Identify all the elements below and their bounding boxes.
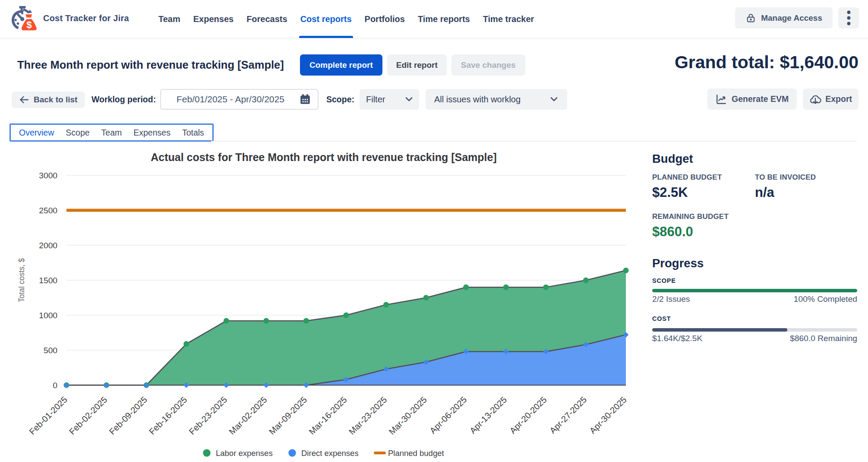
nav-item-label: Time reports: [418, 14, 470, 24]
page-title: Three Month report with revenue tracking…: [17, 59, 284, 71]
green-dot-icon: [203, 449, 210, 456]
nav-item-label: Forecasts: [246, 14, 287, 24]
chevron-down-icon: [550, 97, 558, 101]
worklog-period-input[interactable]: Feb/01/2025 - Apr/30/2025: [160, 89, 319, 110]
worklog-period-value: Feb/01/2025 - Apr/30/2025: [177, 94, 284, 104]
svg-text:Feb-02-2025: Feb-02-2025: [67, 395, 109, 437]
chevron-down-icon: [405, 97, 413, 101]
nav-item-expenses[interactable]: Expenses: [193, 0, 234, 38]
tab-overview[interactable]: Overview: [19, 128, 54, 138]
svg-text:Apr-30-2025: Apr-30-2025: [588, 395, 628, 435]
svg-text:Mar-30-2025: Mar-30-2025: [387, 395, 429, 437]
summary-panel: Budget PLANNED BUDGET $2.5K TO BE INVOIC…: [652, 147, 857, 343]
cost-chart: 050010001500200025003000Feb-01-2025Feb-0…: [13, 145, 639, 462]
save-changes-button[interactable]: Save changes: [451, 54, 525, 76]
scope-filter-value: Filter: [366, 95, 385, 104]
svg-text:Feb-01-2025: Feb-01-2025: [27, 395, 69, 437]
svg-text:Feb-16-2025: Feb-16-2025: [147, 395, 189, 437]
svg-text:1000: 1000: [39, 311, 57, 320]
arrow-left-icon: [19, 96, 29, 104]
nav-item-forecasts[interactable]: Forecasts: [246, 0, 287, 38]
svg-text:Feb-09-2025: Feb-09-2025: [107, 395, 149, 437]
export-button[interactable]: Export: [803, 89, 859, 110]
to-be-invoiced-value: n/a: [755, 185, 816, 200]
legend-label-planned-budget[interactable]: Planned budget: [388, 449, 444, 458]
nav-active-underline: [299, 36, 353, 38]
nav-item-label: Team: [158, 14, 180, 24]
generate-evm-label: Generate EVM: [732, 94, 789, 104]
main-nav: TeamExpensesForecastsCost reportsPortfol…: [158, 0, 547, 38]
more-options-button[interactable]: [838, 7, 859, 28]
app-header: $ Cost Tracker for Jira TeamExpensesFore…: [0, 0, 868, 38]
nav-item-cost-reports[interactable]: Cost reports: [300, 0, 352, 38]
tab-totals[interactable]: Totals: [182, 128, 204, 138]
blue-dot-icon: [288, 449, 296, 456]
nav-item-label: Expenses: [193, 14, 234, 24]
manage-access-button[interactable]: Manage Access: [735, 7, 833, 28]
calendar-icon: [299, 93, 311, 105]
tab-scope[interactable]: Scope: [66, 128, 89, 138]
progress-heading: Progress: [652, 256, 857, 270]
tabs-divider: [211, 141, 857, 142]
svg-text:Mar-09-2025: Mar-09-2025: [267, 395, 309, 437]
svg-text:2500: 2500: [39, 206, 57, 215]
planned-budget-value: $2.5K: [652, 185, 755, 200]
svg-text:2000: 2000: [39, 241, 57, 250]
svg-text:3000: 3000: [39, 171, 57, 180]
svg-text:Mar-23-2025: Mar-23-2025: [347, 395, 389, 437]
tab-team[interactable]: Team: [101, 128, 122, 138]
nav-item-time-tracker[interactable]: Time tracker: [483, 0, 534, 38]
scope-progress-label: SCOPE: [652, 277, 857, 284]
legend-label-direct-expenses[interactable]: Direct expenses: [301, 449, 359, 458]
nav-item-time-reports[interactable]: Time reports: [418, 0, 470, 38]
grand-total: Grand total: $1,640.00: [675, 52, 859, 73]
scope-progress-bar: [652, 289, 857, 292]
back-to-list-button[interactable]: Back to list: [12, 92, 85, 108]
svg-text:Mar-02-2025: Mar-02-2025: [227, 395, 269, 437]
complete-report-button[interactable]: Complete report: [300, 54, 382, 76]
tab-expenses[interactable]: Expenses: [133, 128, 170, 138]
svg-text:Feb-23-2025: Feb-23-2025: [187, 395, 229, 437]
cost-progress-right: $860.0 Remaining: [790, 334, 857, 343]
nav-item-label: Cost reports: [300, 14, 352, 24]
scope-filter-select[interactable]: Filter: [360, 89, 419, 110]
svg-text:1500: 1500: [39, 276, 57, 285]
svg-text:Apr-13-2025: Apr-13-2025: [468, 395, 508, 435]
generate-evm-button[interactable]: Generate EVM: [707, 89, 797, 110]
nav-item-label: Time tracker: [483, 14, 534, 24]
back-to-list-label: Back to list: [34, 95, 77, 104]
scope-progress-left: 2/2 Issues: [652, 294, 690, 304]
to-be-invoiced-label: TO BE INVOICED: [755, 173, 816, 182]
cost-progress-left: $1.64K/$2.5K: [652, 334, 702, 343]
legend-label-labor-expenses[interactable]: Labor expenses: [216, 449, 273, 458]
chart-y-axis-title: Total costs, $: [17, 258, 26, 302]
cost-progress-label: COST: [652, 315, 857, 322]
lock-icon: [745, 13, 756, 23]
chart-line-icon: [716, 94, 727, 105]
nav-item-label: Portfolios: [365, 14, 405, 24]
cloud-download-icon: [809, 94, 821, 105]
kebab-menu-icon: [847, 10, 851, 25]
svg-text:$: $: [26, 19, 32, 30]
nav-item-portfolios[interactable]: Portfolios: [365, 0, 405, 38]
chart-legend[interactable]: Labor expensesDirect expensesPlanned bud…: [203, 449, 444, 458]
edit-report-button[interactable]: Edit report: [387, 54, 447, 76]
chart-x-tick-labels: Feb-01-2025Feb-02-2025Feb-09-2025Feb-16-…: [27, 395, 628, 437]
budget-heading: Budget: [652, 152, 857, 166]
issues-scope-value: All issues with worklog: [434, 95, 521, 104]
manage-access-label: Manage Access: [761, 13, 822, 23]
remaining-budget-value: $860.0: [652, 224, 857, 240]
app-title: Cost Tracker for Jira: [43, 13, 129, 23]
chart-y-tick-labels: 050010001500200025003000: [39, 171, 57, 390]
scope-progress-right: 100% Completed: [794, 294, 857, 304]
scope-label: Scope:: [326, 95, 354, 104]
svg-text:500: 500: [44, 346, 57, 355]
export-label: Export: [825, 94, 852, 104]
nav-item-team[interactable]: Team: [158, 0, 180, 38]
svg-text:Apr-20-2025: Apr-20-2025: [508, 395, 549, 435]
app-logo-icon: $: [10, 4, 38, 32]
svg-text:Apr-27-2025: Apr-27-2025: [548, 395, 588, 435]
report-tabs: OverviewScopeTeamExpensesTotals: [9, 123, 214, 142]
orange-dash-icon: [374, 452, 386, 455]
issues-scope-select[interactable]: All issues with worklog: [426, 89, 567, 110]
